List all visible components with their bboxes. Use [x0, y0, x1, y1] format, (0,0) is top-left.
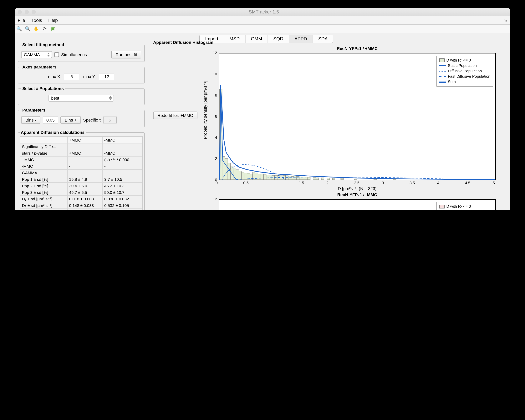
svg-rect-35 — [255, 173, 258, 180]
svg-rect-56 — [316, 178, 319, 180]
pan-icon[interactable]: ✋ — [33, 26, 39, 32]
axes-panel: Axes parameters max X max Y — [18, 65, 145, 83]
svg-rect-29 — [239, 171, 242, 180]
menubar: File Tools Help ↘ — [15, 16, 510, 25]
rotate-icon[interactable]: ⟳ — [42, 26, 48, 32]
svg-rect-30 — [242, 172, 244, 180]
svg-rect-37 — [261, 174, 263, 180]
bins-minus-button[interactable]: Bins - — [21, 116, 40, 124]
titlebar: SMTracker 1.5 — [15, 8, 510, 16]
tab-sda[interactable]: SDA — [313, 35, 333, 43]
axes-legend: Axes parameters — [21, 65, 57, 69]
chart1-xlabel: D [µm²s⁻¹] (N = 323) — [219, 186, 496, 191]
svg-rect-38 — [263, 174, 266, 180]
calculations-table-wrap[interactable]: +MMC-MMCSignificantly Diffe...stars / p-… — [20, 136, 143, 210]
menu-file[interactable]: File — [18, 18, 25, 23]
zoom-in-icon[interactable]: 🔍 — [16, 26, 22, 32]
svg-rect-40 — [269, 175, 272, 180]
app-window: SMTracker 1.5 File Tools Help ↘ 🔍 🔍 ✋ ⟳ … — [15, 8, 510, 210]
zoom-out-icon[interactable]: 🔍 — [25, 26, 31, 32]
toolbar: 🔍 🔍 ✋ ⟳ ▣ — [15, 25, 510, 33]
tab-appd[interactable]: APPD — [289, 35, 313, 43]
menu-help[interactable]: Help — [48, 18, 58, 23]
fitting-legend: Select fitting method — [21, 42, 66, 47]
bins-value-input[interactable] — [43, 117, 58, 123]
svg-rect-54 — [308, 177, 310, 180]
maxy-label: max Y — [83, 74, 95, 79]
populations-combo[interactable]: best — [48, 95, 114, 101]
calculations-table: +MMC-MMCSignificantly Diffe...stars / p-… — [20, 137, 142, 210]
menu-tools[interactable]: Tools — [31, 18, 42, 23]
redo-fit-plus-button[interactable]: Redo fit for: +MMC — [153, 111, 197, 119]
run-best-fit-button[interactable]: Run best fit — [112, 51, 141, 58]
populations-panel: Select # Populations best — [18, 86, 145, 105]
svg-rect-62 — [374, 179, 376, 180]
fitting-method-panel: Select fitting method GAMMA Simultaneous… — [18, 42, 145, 62]
svg-rect-53 — [305, 177, 308, 180]
maxx-label: max X — [48, 74, 60, 79]
spectau-label: Specific τ — [83, 118, 101, 122]
svg-rect-57 — [321, 178, 324, 180]
fitting-method-combo[interactable]: GAMMA — [21, 51, 52, 58]
maxx-input[interactable] — [64, 73, 79, 80]
chart1-legend: D with R² <= 0Static PopulationDiffusive… — [436, 56, 493, 87]
parameters-legend: Parameters — [21, 108, 47, 112]
svg-rect-51 — [299, 177, 302, 180]
menu-expand-icon[interactable]: ↘ — [504, 18, 507, 23]
chart2[interactable]: D with R² <= 0Static PopulationDiffusive… — [219, 199, 496, 210]
chart1[interactable]: D with R² <= 0Static PopulationDiffusive… — [219, 53, 496, 180]
traffic-lights[interactable] — [18, 10, 36, 14]
window-title: SMTracker 1.5 — [36, 9, 492, 15]
calculations-legend: Apparent Diffusion calculations — [20, 130, 86, 135]
svg-rect-48 — [291, 176, 294, 180]
tab-msd[interactable]: MSD — [224, 35, 245, 43]
chart1-ylabel: Probability density [per µm²s⁻¹] — [202, 81, 207, 139]
spectau-input[interactable] — [103, 117, 117, 123]
svg-rect-63 — [393, 179, 396, 180]
svg-rect-58 — [327, 178, 330, 180]
main-tabs: Import MSD GMM SQD APPD SDA — [199, 35, 334, 43]
svg-rect-49 — [294, 176, 297, 180]
svg-rect-28 — [236, 170, 239, 180]
svg-rect-31 — [244, 173, 247, 180]
parameters-panel: Parameters Bins - Bins + Specific τ — [18, 108, 145, 127]
chart2-legend: D with R² <= 0Static PopulationDiffusive… — [436, 202, 493, 210]
maxy-input[interactable] — [99, 73, 114, 80]
tab-sqd[interactable]: SQD — [268, 35, 289, 43]
svg-rect-24 — [225, 159, 228, 180]
main-title: Apparent Diffusion Histogram — [153, 40, 213, 45]
simultaneous-checkbox[interactable] — [54, 52, 59, 57]
svg-rect-55 — [313, 177, 316, 180]
populations-legend: Select # Populations — [21, 86, 65, 91]
simultaneous-label: Simultaneous — [61, 52, 87, 57]
calculations-panel: Apparent Diffusion calculations +MMC-MMC… — [18, 130, 145, 210]
svg-rect-36 — [258, 174, 261, 180]
svg-rect-39 — [266, 175, 269, 180]
svg-rect-52 — [302, 177, 305, 180]
tab-gmm[interactable]: GMM — [245, 35, 268, 43]
chart1-title: RecN-YFPᵥ1 / +MMC — [219, 46, 496, 51]
svg-rect-60 — [341, 178, 343, 180]
svg-rect-47 — [288, 176, 291, 180]
svg-rect-59 — [332, 178, 335, 180]
bins-plus-button[interactable]: Bins + — [60, 116, 81, 124]
svg-rect-61 — [355, 179, 357, 180]
chart2-title: RecN-YFPᵥ1 / -MMC — [219, 192, 496, 197]
data-cursor-icon[interactable]: ▣ — [50, 26, 56, 32]
